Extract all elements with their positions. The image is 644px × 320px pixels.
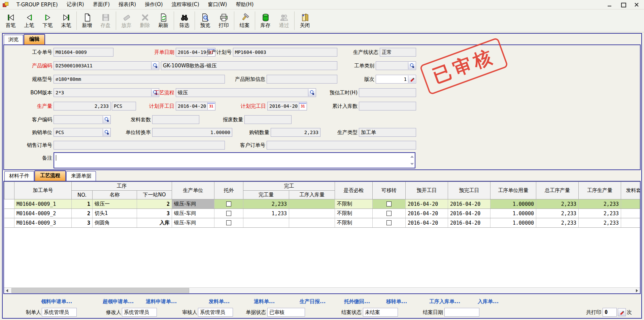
tab-material-components[interactable]: 材料子件 bbox=[4, 171, 34, 181]
close-date-label: 结案日期 bbox=[415, 308, 443, 317]
lookup-icon[interactable] bbox=[308, 89, 315, 96]
menu-help[interactable]: 帮助(H) bbox=[231, 0, 258, 9]
plan-no-label: 生产计划号 bbox=[191, 48, 232, 57]
link-issue-doc[interactable]: 发料单... bbox=[209, 298, 230, 305]
link-return-doc[interactable]: 退料单... bbox=[254, 298, 275, 305]
spec-label: 规格型号 bbox=[4, 75, 52, 84]
lookup-icon[interactable] bbox=[103, 116, 110, 123]
tab-edit[interactable]: 编辑 bbox=[24, 34, 45, 44]
link-outsource-return[interactable]: 托外缴回... bbox=[344, 298, 370, 305]
revision-field[interactable]: 1 bbox=[376, 75, 416, 84]
process-flow-field[interactable]: 锻压 bbox=[176, 88, 316, 97]
inventory-button[interactable]: 库存 bbox=[256, 10, 275, 32]
link-material-request[interactable]: 领料申请单... bbox=[41, 298, 72, 305]
first-record-button[interactable]: 首笔 bbox=[1, 10, 20, 32]
order-no-field[interactable]: M01604-0009 bbox=[54, 48, 113, 57]
outsource-checkbox[interactable] bbox=[226, 211, 231, 216]
link-over-request[interactable]: 超领申请单... bbox=[103, 298, 134, 305]
menu-bar: T-GROUP ERP(E) 记录(R) 界面(F) 报表(R) 操作(O) 流… bbox=[0, 0, 644, 9]
menu-workflow-audit[interactable]: 流程审核(C) bbox=[167, 0, 204, 9]
inventory-database-icon bbox=[261, 13, 270, 22]
red-pencil-icon[interactable] bbox=[408, 75, 415, 83]
scroll-down-icon[interactable] bbox=[410, 163, 414, 165]
exit-button[interactable]: 关闭 bbox=[296, 10, 314, 32]
filter-button[interactable]: 筛选 bbox=[175, 10, 194, 32]
col-next: 下一站NO bbox=[137, 191, 172, 199]
refresh-button[interactable]: 刷新 bbox=[154, 10, 173, 32]
scroll-up-icon[interactable] bbox=[410, 156, 414, 158]
plan-start-label: 计划开工日 bbox=[132, 102, 174, 110]
menu-interface[interactable]: 界面(F) bbox=[89, 0, 114, 9]
menu-report[interactable]: 报表(R) bbox=[114, 0, 140, 9]
outsource-checkbox[interactable] bbox=[226, 201, 231, 206]
order-type-field[interactable] bbox=[376, 61, 416, 70]
lookup-icon[interactable] bbox=[103, 129, 110, 136]
eraser-icon bbox=[122, 13, 131, 22]
horizontal-scrollbar[interactable] bbox=[4, 287, 640, 293]
minimize-icon[interactable] bbox=[607, 2, 612, 7]
sale-unit-field[interactable]: PCS bbox=[54, 128, 111, 137]
close-window-icon[interactable] bbox=[634, 2, 639, 7]
link-return-request[interactable]: 退料申请单... bbox=[146, 298, 177, 305]
transferable-checkbox[interactable] bbox=[386, 220, 392, 225]
next-record-button[interactable]: 下笔 bbox=[38, 10, 57, 32]
spec-field[interactable]: ⌀180*80mm bbox=[54, 75, 225, 84]
link-transfer-doc[interactable]: 移转单... bbox=[386, 298, 407, 305]
line-status-label: 生产线状态 bbox=[336, 48, 378, 57]
first-record-icon bbox=[6, 13, 15, 22]
lookup-icon[interactable] bbox=[408, 62, 415, 69]
scrollbar-thumb[interactable] bbox=[11, 288, 189, 293]
menu-record[interactable]: 记录(R) bbox=[62, 0, 89, 9]
scroll-right-icon[interactable] bbox=[634, 288, 640, 293]
bom-version-label: BOM版本 bbox=[4, 88, 52, 97]
preview-button[interactable]: 预览 bbox=[196, 10, 214, 32]
sale-order-field[interactable] bbox=[54, 141, 225, 150]
issue-sets-field[interactable] bbox=[152, 115, 199, 124]
menu-window[interactable]: 窗口(W) bbox=[204, 0, 232, 9]
customer-code-field[interactable] bbox=[54, 115, 111, 124]
transferable-checkbox[interactable] bbox=[386, 201, 392, 206]
red-pencil-icon[interactable] bbox=[618, 308, 626, 316]
tab-process-flow[interactable]: 工艺流程 bbox=[34, 170, 66, 181]
conv-rate-field[interactable]: 1.00000 bbox=[152, 128, 232, 137]
scrap-qty-field[interactable] bbox=[244, 115, 292, 124]
qty-field[interactable]: 2,233 bbox=[54, 102, 111, 110]
order-type-label: 工单类别 bbox=[336, 61, 374, 70]
issue-sets-label: 发料套数 bbox=[114, 115, 151, 124]
calendar-icon[interactable]: 31 bbox=[207, 102, 215, 110]
est-hours-field[interactable] bbox=[359, 88, 416, 97]
print-button[interactable]: 打印 bbox=[214, 10, 233, 32]
remark-field[interactable] bbox=[54, 152, 415, 168]
sale-qty-field[interactable]: 2,233 bbox=[271, 128, 320, 137]
outsource-checkbox[interactable] bbox=[226, 220, 231, 225]
product-name-field[interactable]: GK-100WB散热器-锻压 bbox=[161, 61, 337, 70]
calendar-icon[interactable]: 31 bbox=[299, 102, 306, 110]
restore-icon[interactable] bbox=[620, 2, 626, 7]
print-count-field[interactable]: 0 bbox=[603, 308, 617, 317]
transferable-checkbox[interactable] bbox=[386, 211, 392, 216]
prev-record-button[interactable]: 上笔 bbox=[20, 10, 38, 32]
menu-app[interactable]: T-GROUP ERP(E) bbox=[12, 0, 62, 9]
cust-order-field[interactable] bbox=[267, 141, 416, 150]
plan-no-field[interactable]: MP1604-0003 bbox=[233, 48, 337, 57]
link-in-doc[interactable]: 入库单... bbox=[478, 298, 499, 305]
prod-type-field[interactable]: 加工单 bbox=[359, 128, 416, 137]
col-group-done: 完工 bbox=[243, 182, 335, 191]
menu-operation[interactable]: 操作(O) bbox=[140, 0, 167, 9]
line-status-field[interactable]: 正常 bbox=[380, 48, 416, 57]
product-extra-field[interactable] bbox=[267, 75, 337, 84]
tab-source-documents[interactable]: 来源单据 bbox=[66, 171, 96, 181]
product-code-field[interactable]: D250001003A11 bbox=[54, 61, 159, 70]
total-in-field[interactable] bbox=[359, 102, 416, 110]
link-daily-report[interactable]: 生产日报... bbox=[300, 298, 326, 305]
last-record-button[interactable]: 末笔 bbox=[57, 10, 75, 32]
new-button[interactable]: 新增 bbox=[78, 10, 96, 32]
plan-start-field[interactable]: 2016-04-2031 bbox=[176, 102, 215, 110]
open-date-label: 开单日期 bbox=[132, 48, 174, 57]
tab-browse[interactable]: 浏览 bbox=[4, 35, 23, 44]
plan-finish-field[interactable]: 2016-04-2031 bbox=[267, 102, 307, 110]
scroll-left-icon[interactable] bbox=[4, 288, 10, 293]
link-process-in-doc[interactable]: 工序入库单... bbox=[429, 298, 460, 305]
lookup-icon[interactable] bbox=[151, 62, 159, 69]
close-case-button[interactable]: 结案 bbox=[235, 10, 254, 32]
